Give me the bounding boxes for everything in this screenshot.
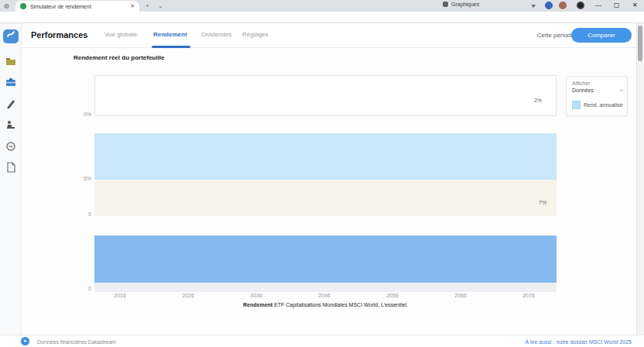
legend-eyebrow: Afficher	[572, 81, 591, 86]
section-title: Rendement réel du portefeuille	[74, 54, 164, 61]
tab-vue-globale[interactable]: Vue globale	[104, 31, 137, 38]
xtick-2046: 2046	[309, 293, 340, 298]
browser-tab-strip: ◍ Simulateur de rendement ✕ + ⌄ Graphiqu…	[0, 0, 644, 12]
maximize-button[interactable]: ▢	[614, 2, 620, 9]
globe-extension-icon[interactable]	[545, 2, 553, 9]
tab-overflow-icon[interactable]: ⌄	[158, 2, 163, 9]
browser-profile-icon[interactable]	[577, 2, 584, 9]
chart-caption: Rendement ETF Capitalisations Mondiales …	[94, 302, 557, 307]
sidebar-item-document[interactable]	[5, 162, 16, 173]
xtick-2026: 2026	[173, 293, 204, 298]
browser-address-bar: ← → ↻ ⌂ investissements.finance — Simula…	[0, 12, 644, 23]
chart2-annotation: 7%	[539, 200, 546, 205]
tab-favicon	[20, 3, 26, 9]
sidebar-item-minus-circle[interactable]	[5, 141, 16, 152]
sidebar-item-home[interactable]	[3, 29, 19, 43]
status-link[interactable]: À lire aussi : notre dossier MSCI World …	[402, 339, 632, 345]
chart2-band-plancher[interactable]	[94, 180, 557, 216]
send-icon[interactable]: ➤	[530, 2, 537, 10]
legend-arrow-icon[interactable]: →	[618, 86, 624, 93]
inactive-tab-favicon	[443, 2, 448, 7]
status-plane-icon: ➤	[21, 337, 29, 345]
status-bar: ➤ Données financières Datastream À lire …	[0, 335, 644, 347]
sidebar-item-briefcase[interactable]	[5, 77, 16, 88]
profile-avatar[interactable]	[559, 2, 567, 9]
close-button[interactable]: ✕	[632, 2, 638, 9]
xtick-2036: 2036	[241, 293, 272, 298]
chart2-ytick-5: 5%	[79, 176, 91, 181]
wave-icon	[6, 29, 15, 39]
tab-title: Simulateur de rendement	[30, 4, 126, 9]
chart2-ytick-0: 0	[79, 211, 91, 217]
page-scrollbar[interactable]	[636, 23, 644, 335]
scrollbar-thumb[interactable]	[638, 26, 642, 61]
tab-search-icon[interactable]: ◍	[4, 2, 9, 9]
compare-button[interactable]: Comparer	[571, 28, 632, 43]
tab-close-icon[interactable]: ✕	[130, 3, 135, 9]
xtick-2016: 2016	[104, 293, 135, 298]
minimize-button[interactable]: —	[595, 2, 601, 9]
new-tab-icon[interactable]: +	[146, 2, 149, 9]
chart2-band-annualise[interactable]	[94, 133, 557, 180]
browser-tab-active[interactable]: Simulateur de rendement ✕	[15, 1, 139, 12]
tab-rendement[interactable]: Rendement	[153, 31, 187, 38]
chart1-annotation: 2%	[534, 98, 542, 103]
main-content: Rendement réel du portefeuille 2% 0% Aff…	[22, 48, 636, 335]
sidebar-item-workstation[interactable]	[5, 119, 16, 130]
chart3-band-rendement[interactable]	[94, 235, 557, 283]
tab-dividendes[interactable]: Dividendes	[201, 31, 232, 38]
chart3-baseline-strip	[94, 283, 557, 292]
chart3-ytick-0: 0	[79, 286, 91, 291]
tab-reglages[interactable]: Réglages	[242, 31, 269, 38]
app-header: Performances Vue globale Rendement Divid…	[22, 23, 636, 48]
xtick-2056: 2056	[377, 293, 408, 298]
caption-bold: Rendement	[243, 302, 272, 307]
sidebar-item-folder[interactable]	[5, 56, 16, 67]
chart1-ytick: 0%	[79, 112, 91, 117]
status-text: Données financières Datastream	[37, 339, 116, 345]
chart-panel-ecart[interactable]: 2%	[94, 75, 557, 116]
xtick-2076: 2076	[513, 293, 544, 298]
legend-swatch	[572, 101, 581, 109]
app-sidebar	[0, 23, 22, 335]
page-title: Performances	[31, 30, 87, 40]
xtick-2066: 2066	[445, 293, 476, 298]
legend-swatch-label: Rend. annualisé	[584, 102, 623, 108]
sidebar-item-pen[interactable]	[5, 98, 16, 109]
browser-tab-inactive[interactable]: Graphiques	[443, 2, 479, 7]
legend-title: Données	[572, 88, 594, 93]
caption-rest: ETF Capitalisations Mondiales MSCI World…	[272, 302, 408, 307]
legend-card[interactable]: Afficher Données → Rend. annualisé	[566, 76, 628, 116]
